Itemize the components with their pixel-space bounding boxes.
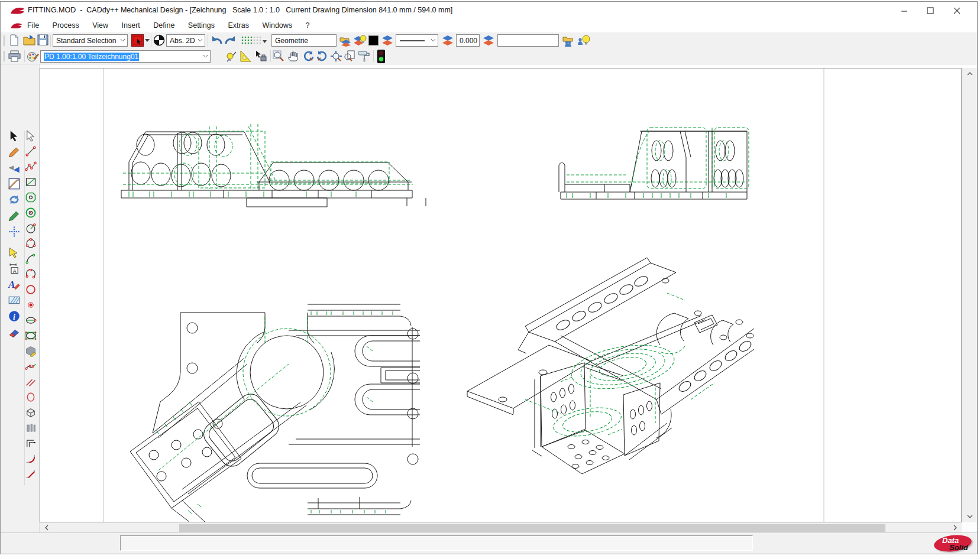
regenerate-tool[interactable] — [8, 194, 22, 208]
layer-name-field[interactable]: Geometrie — [271, 34, 337, 47]
light-icon[interactable] — [225, 50, 238, 63]
circle-center-tool[interactable] — [25, 207, 39, 221]
edit-element-tool[interactable] — [8, 178, 22, 192]
line-width-field[interactable]: 0.000 — [456, 34, 480, 47]
zoom-all-icon[interactable] — [330, 50, 343, 63]
rectangle-tool[interactable] — [25, 176, 39, 190]
info-tool[interactable]: i — [8, 310, 22, 324]
solid-fill-tool[interactable] — [25, 345, 39, 359]
selection-color-dropdown[interactable] — [145, 39, 150, 43]
view-next-icon[interactable] — [316, 50, 329, 63]
group-folder-icon[interactable] — [562, 34, 575, 47]
maximize-button[interactable] — [921, 4, 939, 17]
toolbar-grip[interactable] — [3, 35, 5, 46]
redo-icon[interactable] — [224, 34, 237, 47]
save-file-icon[interactable] — [37, 34, 50, 47]
view-plan[interactable] — [130, 304, 420, 522]
scroll-up-icon[interactable] — [962, 69, 978, 79]
view-side-elevation[interactable] — [559, 128, 749, 199]
lineweight-layer-icon[interactable] — [442, 34, 455, 47]
selection-color-icon[interactable] — [131, 34, 144, 47]
circle-radius-tool[interactable] — [25, 222, 39, 236]
menu-windows[interactable]: Windows — [257, 20, 297, 33]
chamfer-tool[interactable] — [25, 468, 39, 482]
snap-point-tool[interactable] — [8, 226, 22, 240]
view-previous-icon[interactable] — [302, 50, 315, 63]
coordinate-mode-select[interactable]: Abs. 2D — [166, 34, 205, 47]
color-swatch-black[interactable] — [368, 35, 379, 46]
ellipse-rect-tool[interactable] — [25, 330, 39, 344]
polyline-tool[interactable] — [25, 161, 39, 175]
line-style-select[interactable] — [396, 34, 438, 47]
setsquare-icon[interactable] — [240, 50, 253, 63]
line-width-value: 0.000 — [460, 37, 477, 45]
parallel-tool[interactable] — [25, 376, 39, 390]
arc-3point-tool[interactable] — [25, 268, 39, 282]
menu-file[interactable]: File — [22, 20, 44, 33]
grid-snap-icon[interactable] — [241, 35, 267, 47]
erase-tool[interactable] — [8, 326, 22, 340]
polygon-tool[interactable] — [25, 191, 39, 206]
fillet-tool[interactable] — [25, 453, 39, 467]
offset-contour-tool[interactable] — [25, 437, 39, 451]
modify-tools[interactable] — [8, 162, 22, 176]
point-tool[interactable] — [25, 299, 39, 313]
new-file-icon[interactable] — [8, 34, 21, 47]
datasolid-logo-bottom: Solid — [949, 543, 968, 552]
vertical-scrollbar[interactable] — [962, 68, 977, 522]
pick-arrow-tool[interactable] — [25, 130, 39, 144]
close-button[interactable] — [948, 4, 966, 17]
undo-icon[interactable] — [210, 34, 223, 47]
zoom-page-icon[interactable] — [343, 50, 356, 63]
draw-pencil-tool[interactable] — [8, 146, 22, 160]
layer-visibility-icon[interactable] — [354, 34, 367, 47]
redraw-icon[interactable] — [358, 50, 371, 63]
drawing-canvas[interactable] — [40, 68, 962, 522]
menu-settings[interactable]: Settings — [183, 20, 220, 33]
text-tool[interactable]: A — [8, 278, 22, 292]
menu-define[interactable]: Define — [148, 20, 180, 33]
pan-icon[interactable] — [287, 50, 300, 63]
origin-target-icon[interactable] — [153, 34, 166, 47]
view-front-elevation[interactable] — [121, 124, 426, 207]
circle-3point-tool[interactable] — [25, 238, 39, 252]
hatch-tool[interactable] — [8, 294, 22, 308]
zoom-window-icon[interactable] — [273, 50, 286, 63]
palette-icon[interactable] — [27, 50, 40, 63]
menu-process[interactable]: Process — [47, 20, 85, 33]
scroll-right-icon[interactable] — [950, 523, 960, 532]
open-file-icon[interactable] — [23, 34, 36, 47]
menu-extras[interactable]: Extras — [222, 20, 254, 33]
print-icon[interactable] — [8, 50, 21, 63]
contour-oval-tool[interactable] — [25, 391, 39, 405]
dimension-tool[interactable]: A — [8, 262, 22, 277]
sheet-select[interactable]: PD 1.00:1.00 Teilzeichnung01 — [40, 50, 211, 63]
pen-layer-icon[interactable] — [381, 34, 394, 47]
select-tool[interactable] — [8, 130, 22, 144]
minimize-button[interactable] — [895, 4, 913, 17]
scrollbar-thumb[interactable] — [179, 524, 885, 532]
scroll-down-icon[interactable] — [962, 512, 978, 521]
detail-pencil-tool[interactable] — [8, 210, 22, 224]
line-tool[interactable] — [25, 145, 39, 160]
box-3d-tool[interactable] — [25, 407, 39, 421]
scroll-left-icon[interactable] — [42, 523, 51, 532]
ellipse-tool[interactable] — [25, 284, 39, 298]
menu-help[interactable]: ? — [300, 20, 315, 33]
layer-extra-icon[interactable] — [483, 34, 496, 47]
ellipse-axes-tool[interactable] — [25, 314, 39, 329]
arc-tool[interactable] — [25, 253, 39, 267]
spline-tool[interactable] — [25, 360, 39, 375]
layer-folder-icon[interactable] — [339, 34, 352, 47]
menu-insert[interactable]: Insert — [117, 20, 145, 33]
menu-view[interactable]: View — [87, 20, 114, 33]
toolbar-grip[interactable] — [3, 51, 5, 61]
view-isometric[interactable] — [467, 258, 754, 474]
horizontal-scrollbar[interactable] — [40, 522, 962, 532]
select-stamp-icon[interactable] — [255, 50, 268, 63]
quick-select-tool[interactable] — [8, 246, 22, 261]
selection-mode-select[interactable]: Standard Selection — [53, 34, 128, 47]
surface-tool[interactable] — [25, 422, 39, 436]
extra-value-field[interactable] — [497, 34, 559, 47]
group-visibility-icon[interactable] — [577, 34, 590, 47]
